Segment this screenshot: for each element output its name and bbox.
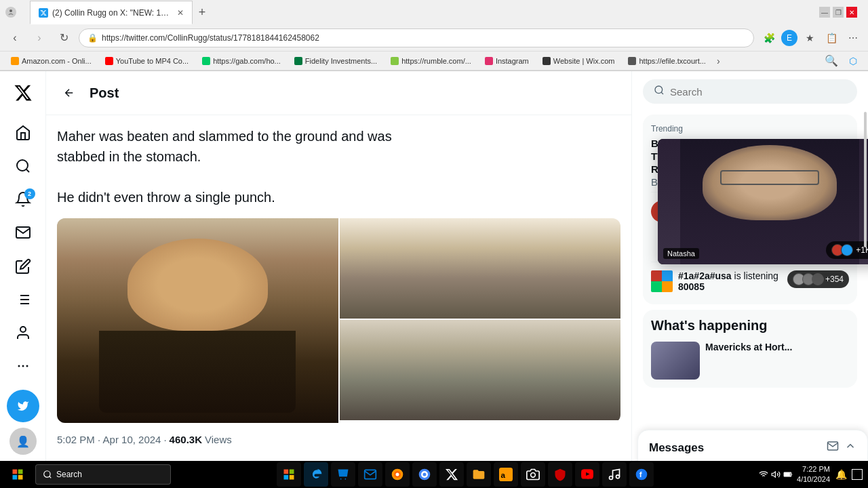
video-overlay[interactable]: Natasha +1K bbox=[658, 139, 868, 264]
sidebar-item-lists[interactable] bbox=[7, 284, 39, 314]
favorites-button[interactable]: ★ bbox=[800, 28, 819, 47]
taskbar-app-mail[interactable] bbox=[358, 462, 382, 487]
messages-panel-title: Messages bbox=[649, 441, 704, 455]
whats-happening-title: What's happening bbox=[651, 318, 849, 333]
extensions-button[interactable]: 🧩 bbox=[760, 28, 778, 47]
forward-nav-button[interactable]: › bbox=[30, 28, 49, 47]
svg-point-17 bbox=[44, 471, 50, 477]
browser-menu-button[interactable]: ⋯ bbox=[844, 28, 863, 47]
sidebar-item-explore[interactable] bbox=[7, 150, 39, 181]
new-tab-button[interactable]: + bbox=[193, 3, 212, 22]
happening-item-text: Mavericks at Hort... bbox=[705, 342, 792, 352]
listener-count-badge: +354 bbox=[787, 270, 849, 288]
taskbar-app-firefox[interactable] bbox=[385, 462, 410, 487]
bookmark-youtube-icon bbox=[105, 57, 113, 65]
taskbar-app-amazon[interactable]: a bbox=[494, 462, 518, 487]
taskbar-app-files[interactable] bbox=[467, 462, 491, 487]
sidebar-scrollbar[interactable] bbox=[864, 112, 867, 247]
search-input[interactable] bbox=[670, 86, 846, 98]
taskbar-search-bar[interactable]: Search bbox=[35, 464, 171, 485]
listener-content: #1a#2a#usa is listening 80085 bbox=[678, 270, 782, 292]
messages-collapse-button[interactable] bbox=[844, 440, 856, 455]
listener-count: 80085 bbox=[678, 281, 782, 292]
bookmark-efile-icon bbox=[628, 57, 636, 65]
happening-thumbnail bbox=[651, 342, 700, 380]
taskbar-app-edge[interactable] bbox=[304, 462, 328, 487]
search-box[interactable] bbox=[643, 79, 857, 104]
sidebar-item-profile[interactable] bbox=[7, 318, 39, 348]
bookmark-efile[interactable]: https://efile.txcourt... bbox=[623, 56, 711, 66]
close-button[interactable]: ✕ bbox=[846, 7, 857, 18]
listener-suffix: is listening bbox=[734, 270, 778, 281]
edge-icon-button[interactable]: ⬡ bbox=[844, 52, 863, 70]
profile-button[interactable]: E bbox=[781, 30, 797, 46]
video-inner: Natasha +1K bbox=[658, 139, 868, 264]
speaker-icon bbox=[771, 470, 781, 479]
sidebar-item-notifications[interactable]: 2 bbox=[7, 184, 39, 215]
listener-section[interactable]: #1a#2a#usa is listening 80085 +354 bbox=[651, 266, 849, 296]
bookmark-wix[interactable]: Website | Wix.com bbox=[537, 56, 620, 66]
post-image-mall[interactable] bbox=[340, 218, 621, 319]
taskbar-search-label: Search bbox=[56, 470, 82, 479]
post-meta-time: 5:02 PM · Apr 10, 2024 bbox=[57, 434, 161, 445]
bookmark-gab-label: https://gab.com/ho... bbox=[213, 57, 281, 65]
taskbar-app-camera[interactable] bbox=[521, 462, 545, 487]
post-image-teen[interactable] bbox=[57, 218, 338, 423]
sidebar-item-home[interactable] bbox=[7, 117, 39, 148]
more-bookmarks-button[interactable]: › bbox=[714, 54, 723, 68]
bookmark-youtube[interactable]: YouTube to MP4 Co... bbox=[100, 56, 194, 66]
taskbar-app-music[interactable] bbox=[602, 462, 627, 487]
compose-button[interactable] bbox=[7, 390, 39, 422]
post-header-title: Post bbox=[90, 85, 119, 101]
bookmarks-bar: Amazon.com - Onli... YouTube to MP4 Co..… bbox=[0, 52, 868, 70]
twitter-logo[interactable] bbox=[7, 77, 39, 112]
notification-bell[interactable]: 🔔 bbox=[834, 468, 848, 481]
post-images-grid[interactable] bbox=[57, 218, 620, 423]
sidebar-item-more[interactable] bbox=[7, 351, 39, 382]
bookmark-instagram[interactable]: Instagram bbox=[479, 56, 534, 66]
window-controls: — ❐ ✕ bbox=[819, 7, 857, 18]
taskbar-app-chrome[interactable] bbox=[412, 462, 437, 487]
back-nav-button[interactable]: ‹ bbox=[5, 28, 24, 47]
show-desktop-button[interactable] bbox=[852, 469, 863, 480]
post-image-store[interactable] bbox=[340, 320, 621, 420]
bookmark-gab[interactable]: https://gab.com/ho... bbox=[197, 56, 286, 66]
browser-chrome: (2) Collin Rugg on X: "NEW: 14-... ✕ + —… bbox=[0, 0, 868, 71]
taskbar-time[interactable]: 7:22 PM 4/10/2024 bbox=[797, 464, 830, 485]
taskbar-app-explorer[interactable] bbox=[277, 462, 301, 487]
maximize-button[interactable]: ❐ bbox=[833, 7, 844, 18]
bookmark-amazon[interactable]: Amazon.com - Onli... bbox=[5, 56, 97, 66]
taskbar-app-social[interactable]: f bbox=[629, 462, 654, 487]
bookmark-rumble[interactable]: https://rumble.com/... bbox=[385, 56, 477, 66]
tab-close-button[interactable]: ✕ bbox=[177, 8, 184, 18]
taskbar-app-twitter-x[interactable] bbox=[439, 462, 464, 487]
bookmark-gab-icon bbox=[202, 57, 210, 65]
tab-title: (2) Collin Rugg on X: "NEW: 14-... bbox=[52, 8, 173, 18]
user-avatar[interactable]: 👤 bbox=[9, 428, 37, 455]
svg-point-1 bbox=[17, 160, 28, 171]
refresh-button[interactable]: ↻ bbox=[54, 28, 73, 47]
system-tray bbox=[759, 470, 793, 479]
video-count-badge: +1K bbox=[826, 241, 868, 259]
svg-rect-33 bbox=[785, 473, 790, 476]
messages-compose-button[interactable] bbox=[827, 440, 839, 455]
happening-item[interactable]: Mavericks at Hort... bbox=[651, 342, 849, 380]
active-tab[interactable]: (2) Collin Rugg on X: "NEW: 14-... ✕ bbox=[30, 1, 193, 24]
collections-button[interactable]: 📋 bbox=[822, 28, 841, 47]
sidebar-item-compose[interactable] bbox=[7, 251, 39, 281]
taskbar-app-youtube[interactable] bbox=[575, 462, 599, 487]
post-header: Post bbox=[46, 71, 631, 115]
taskbar-app-store[interactable] bbox=[331, 462, 355, 487]
sidebar-item-messages[interactable] bbox=[7, 218, 39, 248]
taskbar-app-antivirus[interactable] bbox=[548, 462, 572, 487]
minimize-button[interactable]: — bbox=[819, 7, 830, 18]
post-text: Maher was beaten and slammed to the grou… bbox=[57, 126, 620, 207]
battery-icon bbox=[783, 470, 793, 479]
start-button[interactable] bbox=[5, 462, 30, 487]
back-button[interactable] bbox=[57, 81, 81, 105]
bookmark-fidelity[interactable]: Fidelity Investments... bbox=[289, 56, 382, 66]
url-bar[interactable]: 🔒 https://twitter.com/CollinRugg/status/… bbox=[79, 28, 754, 47]
taskbar: Search a bbox=[0, 461, 868, 488]
svg-point-12 bbox=[655, 86, 663, 94]
search-browser-button[interactable]: 🔍 bbox=[822, 52, 841, 70]
